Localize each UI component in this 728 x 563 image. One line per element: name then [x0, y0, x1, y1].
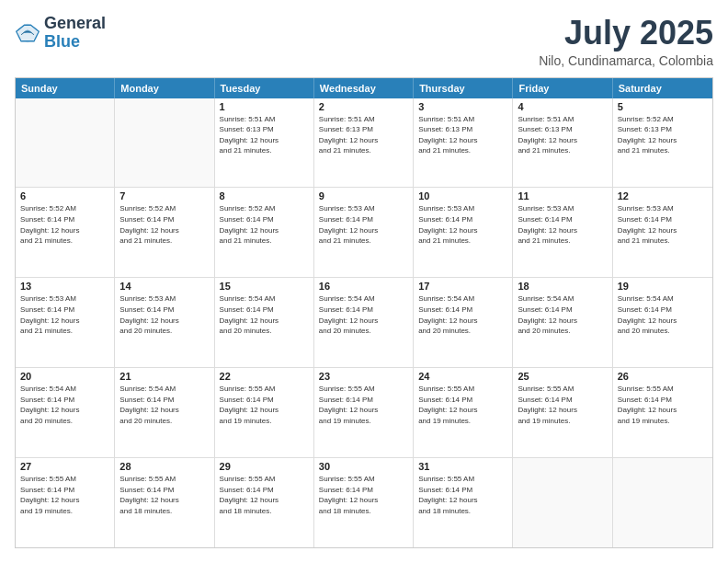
weekday-header: Thursday [414, 78, 513, 98]
calendar-cell [613, 458, 712, 547]
title-block: July 2025 Nilo, Cundinamarca, Colombia [539, 15, 713, 68]
day-number: 14 [119, 281, 209, 292]
calendar-cell: 6Sunrise: 5:52 AM Sunset: 6:14 PM Daylig… [16, 188, 115, 277]
day-number: 3 [418, 101, 507, 112]
day-number: 26 [618, 371, 708, 382]
calendar-row: 1Sunrise: 5:51 AM Sunset: 6:13 PM Daylig… [16, 98, 712, 189]
weekday-header: Sunday [16, 78, 115, 98]
calendar-cell: 2Sunrise: 5:51 AM Sunset: 6:13 PM Daylig… [314, 98, 414, 188]
calendar-cell: 12Sunrise: 5:53 AM Sunset: 6:14 PM Dayli… [613, 188, 712, 277]
calendar-cell: 22Sunrise: 5:55 AM Sunset: 6:14 PM Dayli… [215, 368, 314, 457]
logo-line1: General [44, 15, 106, 33]
day-info: Sunrise: 5:55 AM Sunset: 6:14 PM Dayligh… [319, 384, 408, 426]
day-number: 27 [20, 461, 109, 472]
calendar-row: 20Sunrise: 5:54 AM Sunset: 6:14 PM Dayli… [16, 368, 712, 458]
day-number: 12 [618, 190, 708, 201]
day-info: Sunrise: 5:55 AM Sunset: 6:14 PM Dayligh… [518, 384, 607, 426]
calendar-cell: 20Sunrise: 5:54 AM Sunset: 6:14 PM Dayli… [16, 368, 115, 457]
day-info: Sunrise: 5:51 AM Sunset: 6:13 PM Dayligh… [220, 114, 309, 156]
day-info: Sunrise: 5:51 AM Sunset: 6:13 PM Dayligh… [418, 114, 507, 156]
day-info: Sunrise: 5:52 AM Sunset: 6:13 PM Dayligh… [618, 114, 708, 156]
day-info: Sunrise: 5:53 AM Sunset: 6:14 PM Dayligh… [518, 203, 607, 246]
day-number: 10 [418, 190, 507, 201]
page: General Blue July 2025 Nilo, Cundinamarc… [0, 0, 728, 563]
calendar-row: 13Sunrise: 5:53 AM Sunset: 6:14 PM Dayli… [16, 278, 712, 368]
day-number: 25 [518, 371, 607, 382]
calendar-cell: 31Sunrise: 5:55 AM Sunset: 6:14 PM Dayli… [414, 458, 513, 547]
day-info: Sunrise: 5:55 AM Sunset: 6:14 PM Dayligh… [418, 474, 507, 516]
calendar-body: 1Sunrise: 5:51 AM Sunset: 6:13 PM Daylig… [16, 98, 712, 547]
day-number: 7 [119, 190, 209, 201]
day-number: 17 [418, 281, 507, 292]
calendar-cell: 17Sunrise: 5:54 AM Sunset: 6:14 PM Dayli… [414, 278, 513, 367]
day-info: Sunrise: 5:55 AM Sunset: 6:14 PM Dayligh… [119, 474, 209, 516]
day-number: 30 [319, 461, 408, 472]
calendar-cell: 15Sunrise: 5:54 AM Sunset: 6:14 PM Dayli… [215, 278, 314, 367]
day-number: 11 [518, 190, 607, 201]
calendar-cell: 25Sunrise: 5:55 AM Sunset: 6:14 PM Dayli… [513, 368, 612, 457]
day-number: 21 [119, 371, 209, 382]
day-number: 16 [319, 281, 408, 292]
day-info: Sunrise: 5:54 AM Sunset: 6:14 PM Dayligh… [220, 293, 309, 336]
weekday-header: Friday [513, 78, 612, 98]
calendar-cell: 5Sunrise: 5:52 AM Sunset: 6:13 PM Daylig… [613, 98, 712, 188]
day-info: Sunrise: 5:53 AM Sunset: 6:14 PM Dayligh… [119, 293, 209, 336]
calendar-cell: 1Sunrise: 5:51 AM Sunset: 6:13 PM Daylig… [215, 98, 314, 188]
calendar-cell: 28Sunrise: 5:55 AM Sunset: 6:14 PM Dayli… [115, 458, 214, 547]
calendar-row: 6Sunrise: 5:52 AM Sunset: 6:14 PM Daylig… [16, 188, 712, 278]
calendar-cell: 26Sunrise: 5:55 AM Sunset: 6:14 PM Dayli… [613, 368, 712, 457]
day-number: 29 [220, 461, 309, 472]
logo-line2: Blue [44, 33, 106, 52]
day-info: Sunrise: 5:54 AM Sunset: 6:14 PM Dayligh… [20, 384, 109, 426]
main-title: July 2025 [539, 15, 713, 52]
calendar-cell: 7Sunrise: 5:52 AM Sunset: 6:14 PM Daylig… [115, 188, 214, 277]
day-info: Sunrise: 5:53 AM Sunset: 6:14 PM Dayligh… [20, 293, 109, 336]
day-info: Sunrise: 5:55 AM Sunset: 6:14 PM Dayligh… [220, 474, 309, 516]
day-number: 22 [220, 371, 309, 382]
calendar-cell: 23Sunrise: 5:55 AM Sunset: 6:14 PM Dayli… [314, 368, 414, 457]
day-number: 13 [20, 281, 109, 292]
day-info: Sunrise: 5:52 AM Sunset: 6:14 PM Dayligh… [20, 203, 109, 246]
calendar-cell: 29Sunrise: 5:55 AM Sunset: 6:14 PM Dayli… [215, 458, 314, 547]
calendar-header: SundayMondayTuesdayWednesdayThursdayFrid… [16, 78, 712, 98]
calendar: SundayMondayTuesdayWednesdayThursdayFrid… [15, 77, 713, 548]
day-info: Sunrise: 5:55 AM Sunset: 6:14 PM Dayligh… [319, 474, 408, 516]
calendar-cell: 4Sunrise: 5:51 AM Sunset: 6:13 PM Daylig… [513, 98, 612, 188]
calendar-cell: 19Sunrise: 5:54 AM Sunset: 6:14 PM Dayli… [613, 278, 712, 367]
day-info: Sunrise: 5:54 AM Sunset: 6:14 PM Dayligh… [418, 293, 507, 336]
day-info: Sunrise: 5:51 AM Sunset: 6:13 PM Dayligh… [319, 114, 408, 156]
calendar-cell: 21Sunrise: 5:54 AM Sunset: 6:14 PM Dayli… [115, 368, 214, 457]
calendar-cell: 27Sunrise: 5:55 AM Sunset: 6:14 PM Dayli… [16, 458, 115, 547]
day-number: 15 [220, 281, 309, 292]
day-number: 24 [418, 371, 507, 382]
calendar-cell: 13Sunrise: 5:53 AM Sunset: 6:14 PM Dayli… [16, 278, 115, 367]
day-number: 8 [220, 190, 309, 201]
subtitle: Nilo, Cundinamarca, Colombia [539, 53, 713, 68]
day-info: Sunrise: 5:54 AM Sunset: 6:14 PM Dayligh… [319, 293, 408, 336]
calendar-cell [513, 458, 612, 547]
day-number: 2 [319, 101, 408, 112]
calendar-cell: 3Sunrise: 5:51 AM Sunset: 6:13 PM Daylig… [414, 98, 513, 188]
day-info: Sunrise: 5:53 AM Sunset: 6:14 PM Dayligh… [618, 203, 708, 246]
header: General Blue July 2025 Nilo, Cundinamarc… [15, 15, 713, 68]
calendar-cell: 14Sunrise: 5:53 AM Sunset: 6:14 PM Dayli… [115, 278, 214, 367]
day-info: Sunrise: 5:51 AM Sunset: 6:13 PM Dayligh… [518, 114, 607, 156]
day-info: Sunrise: 5:52 AM Sunset: 6:14 PM Dayligh… [220, 203, 309, 246]
calendar-cell: 24Sunrise: 5:55 AM Sunset: 6:14 PM Dayli… [414, 368, 513, 457]
calendar-cell: 16Sunrise: 5:54 AM Sunset: 6:14 PM Dayli… [314, 278, 414, 367]
day-info: Sunrise: 5:55 AM Sunset: 6:14 PM Dayligh… [220, 384, 309, 426]
day-info: Sunrise: 5:54 AM Sunset: 6:14 PM Dayligh… [618, 293, 708, 336]
calendar-cell: 9Sunrise: 5:53 AM Sunset: 6:14 PM Daylig… [314, 188, 414, 277]
calendar-cell: 18Sunrise: 5:54 AM Sunset: 6:14 PM Dayli… [513, 278, 612, 367]
calendar-cell: 8Sunrise: 5:52 AM Sunset: 6:14 PM Daylig… [215, 188, 314, 277]
logo-text: General Blue [44, 15, 106, 52]
calendar-cell: 10Sunrise: 5:53 AM Sunset: 6:14 PM Dayli… [414, 188, 513, 277]
calendar-cell [115, 98, 214, 188]
day-number: 18 [518, 281, 607, 292]
day-info: Sunrise: 5:54 AM Sunset: 6:14 PM Dayligh… [518, 293, 607, 336]
day-info: Sunrise: 5:53 AM Sunset: 6:14 PM Dayligh… [418, 203, 507, 246]
calendar-row: 27Sunrise: 5:55 AM Sunset: 6:14 PM Dayli… [16, 458, 712, 547]
day-number: 6 [20, 190, 109, 201]
day-info: Sunrise: 5:53 AM Sunset: 6:14 PM Dayligh… [319, 203, 408, 246]
weekday-header: Tuesday [215, 78, 314, 98]
